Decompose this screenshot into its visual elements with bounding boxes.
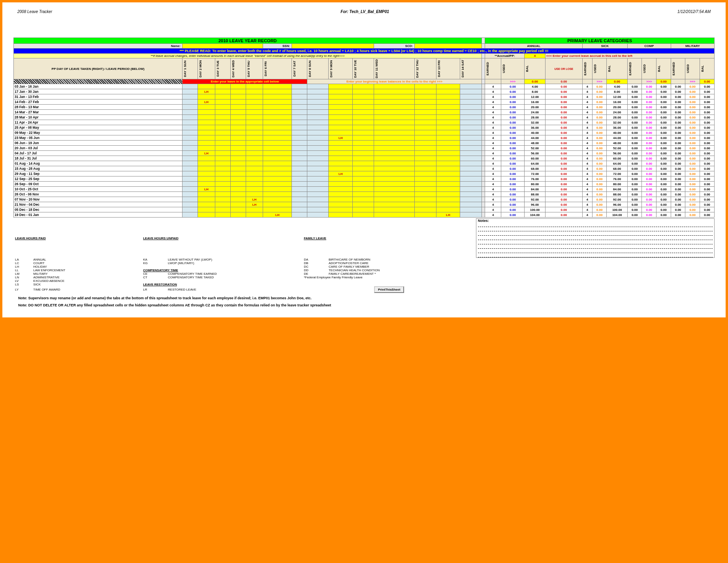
day-cell[interactable]	[307, 99, 329, 105]
day-cell[interactable]	[460, 115, 482, 120]
day-cell[interactable]	[292, 171, 307, 176]
day-cell[interactable]	[353, 207, 374, 212]
day-cell[interactable]: LH	[198, 99, 215, 105]
day-cell[interactable]	[436, 166, 460, 171]
day-cell[interactable]	[329, 94, 353, 99]
day-cell[interactable]	[307, 171, 329, 176]
day-cell[interactable]	[329, 202, 353, 207]
day-cell[interactable]	[246, 171, 263, 176]
day-cell[interactable]	[374, 166, 415, 171]
day-cell[interactable]	[307, 192, 329, 197]
day-cell[interactable]	[198, 197, 215, 202]
day-cell[interactable]	[198, 130, 215, 135]
day-cell[interactable]	[230, 141, 246, 146]
day-cell[interactable]	[230, 166, 246, 171]
day-cell[interactable]	[246, 141, 263, 146]
day-cell[interactable]	[198, 105, 215, 110]
init-m-bal[interactable]: 0.00	[700, 79, 714, 84]
day-cell[interactable]	[182, 110, 198, 115]
day-cell[interactable]	[460, 151, 482, 156]
day-cell[interactable]	[436, 182, 460, 187]
day-cell[interactable]	[329, 192, 353, 197]
day-cell[interactable]	[198, 156, 215, 161]
day-cell[interactable]	[307, 105, 329, 110]
day-cell[interactable]	[307, 120, 329, 125]
day-cell[interactable]	[198, 146, 215, 151]
day-cell[interactable]	[436, 151, 460, 156]
day-cell[interactable]	[263, 207, 292, 212]
day-cell[interactable]	[307, 176, 329, 182]
day-cell[interactable]: LH	[263, 212, 292, 218]
day-cell[interactable]	[198, 84, 215, 89]
day-cell[interactable]	[292, 115, 307, 120]
day-cell[interactable]	[263, 146, 292, 151]
day-cell[interactable]	[436, 171, 460, 176]
day-cell[interactable]	[263, 84, 292, 89]
day-cell[interactable]	[329, 105, 353, 110]
day-cell[interactable]	[460, 156, 482, 161]
day-cell[interactable]	[263, 99, 292, 105]
day-cell[interactable]	[230, 115, 246, 120]
day-cell[interactable]	[415, 166, 436, 171]
day-cell[interactable]	[182, 141, 198, 146]
day-cell[interactable]	[246, 166, 263, 171]
day-cell[interactable]	[415, 176, 436, 182]
day-cell[interactable]	[460, 197, 482, 202]
day-cell[interactable]	[329, 115, 353, 120]
day-cell[interactable]	[374, 110, 415, 115]
day-cell[interactable]	[374, 197, 415, 202]
day-cell[interactable]	[460, 110, 482, 115]
day-cell[interactable]	[292, 125, 307, 130]
day-cell[interactable]	[329, 84, 353, 89]
day-cell[interactable]	[353, 115, 374, 120]
day-cell[interactable]	[374, 156, 415, 161]
day-cell[interactable]	[246, 130, 263, 135]
day-cell[interactable]: LH	[198, 151, 215, 156]
day-cell[interactable]	[353, 187, 374, 192]
day-cell[interactable]	[215, 125, 230, 130]
day-cell[interactable]	[215, 182, 230, 187]
day-cell[interactable]	[230, 187, 246, 192]
day-cell[interactable]	[329, 187, 353, 192]
day-cell[interactable]	[263, 135, 292, 141]
day-cell[interactable]	[374, 212, 415, 218]
day-cell[interactable]	[460, 182, 482, 187]
day-cell[interactable]	[460, 130, 482, 135]
day-cell[interactable]	[230, 176, 246, 182]
day-cell[interactable]	[374, 135, 415, 141]
day-cell[interactable]	[182, 151, 198, 156]
day-cell[interactable]	[415, 156, 436, 161]
day-cell[interactable]	[246, 94, 263, 99]
day-cell[interactable]	[198, 166, 215, 171]
day-cell[interactable]	[215, 197, 230, 202]
init-a-bal[interactable]: 0.00	[525, 79, 545, 84]
day-cell[interactable]	[182, 156, 198, 161]
day-cell[interactable]	[292, 94, 307, 99]
day-cell[interactable]	[182, 120, 198, 125]
day-cell[interactable]	[198, 192, 215, 197]
day-cell[interactable]	[292, 156, 307, 161]
day-cell[interactable]	[329, 156, 353, 161]
day-cell[interactable]	[230, 120, 246, 125]
day-cell[interactable]	[415, 110, 436, 115]
day-cell[interactable]	[263, 125, 292, 130]
day-cell[interactable]	[329, 212, 353, 218]
day-cell[interactable]	[198, 110, 215, 115]
day-cell[interactable]	[263, 141, 292, 146]
day-cell[interactable]	[246, 176, 263, 182]
day-cell[interactable]	[415, 212, 436, 218]
day-cell[interactable]	[182, 212, 198, 218]
day-cell[interactable]	[230, 171, 246, 176]
day-cell[interactable]	[230, 197, 246, 202]
day-cell[interactable]	[374, 105, 415, 110]
day-cell[interactable]	[415, 161, 436, 166]
day-cell[interactable]	[307, 187, 329, 192]
day-cell[interactable]	[215, 89, 230, 94]
day-cell[interactable]	[374, 115, 415, 120]
day-cell[interactable]	[436, 141, 460, 146]
day-cell[interactable]	[436, 135, 460, 141]
day-cell[interactable]	[292, 192, 307, 197]
day-cell[interactable]	[292, 182, 307, 187]
day-cell[interactable]	[460, 84, 482, 89]
day-cell[interactable]	[460, 94, 482, 99]
